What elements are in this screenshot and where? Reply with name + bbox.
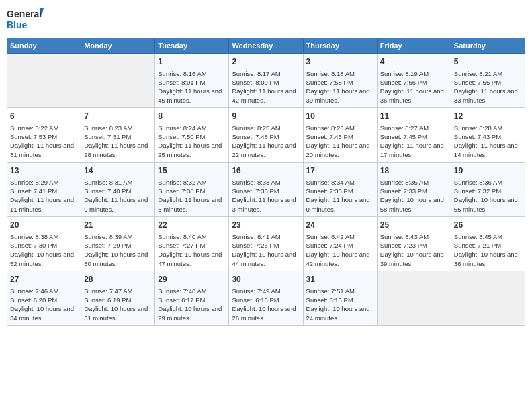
day-number: 27 [10, 274, 78, 285]
day-info: Sunrise: 8:42 AMSunset: 7:24 PMDaylight:… [306, 232, 374, 268]
calendar-cell: 16Sunrise: 8:33 AMSunset: 7:36 PMDayligh… [229, 162, 303, 216]
day-info: Sunrise: 8:38 AMSunset: 7:30 PMDaylight:… [10, 232, 78, 268]
weekday-header-wednesday: Wednesday [229, 38, 303, 54]
day-number: 4 [380, 56, 448, 68]
calendar-cell: 22Sunrise: 8:40 AMSunset: 7:27 PMDayligh… [155, 216, 229, 271]
calendar-cell: 10Sunrise: 8:26 AMSunset: 7:46 PMDayligh… [303, 107, 377, 162]
day-info: Sunrise: 8:16 AMSunset: 8:01 PMDaylight:… [158, 69, 226, 105]
day-info: Sunrise: 7:46 AMSunset: 6:20 PMDaylight:… [10, 287, 78, 322]
day-number: 5 [454, 56, 522, 68]
weekday-header-thursday: Thursday [303, 38, 377, 54]
day-number: 8 [158, 111, 226, 122]
day-info: Sunrise: 7:47 AMSunset: 6:19 PMDaylight:… [84, 287, 152, 322]
day-number: 12 [454, 111, 522, 122]
day-number: 3 [306, 56, 374, 68]
day-info: Sunrise: 8:34 AMSunset: 7:35 PMDaylight:… [306, 178, 374, 214]
day-number: 22 [158, 220, 226, 231]
calendar-cell [451, 271, 525, 325]
day-info: Sunrise: 8:43 AMSunset: 7:23 PMDaylight:… [380, 232, 448, 268]
calendar-cell: 18Sunrise: 8:35 AMSunset: 7:33 PMDayligh… [377, 162, 451, 216]
svg-text:Blue: Blue [7, 19, 28, 30]
weekday-header-row: SundayMondayTuesdayWednesdayThursdayFrid… [7, 38, 525, 54]
week-row-5: 27Sunrise: 7:46 AMSunset: 6:20 PMDayligh… [7, 271, 525, 325]
day-number: 20 [10, 220, 78, 231]
calendar-cell: 4Sunrise: 8:19 AMSunset: 7:56 PMDaylight… [377, 54, 451, 108]
day-number: 25 [380, 220, 448, 231]
calendar-cell [377, 271, 451, 325]
day-number: 11 [380, 111, 448, 122]
calendar-cell: 7Sunrise: 8:23 AMSunset: 7:51 PMDaylight… [81, 107, 155, 162]
calendar-cell: 21Sunrise: 8:39 AMSunset: 7:29 PMDayligh… [81, 216, 155, 271]
day-number: 28 [84, 274, 152, 285]
day-info: Sunrise: 7:49 AMSunset: 6:16 PMDaylight:… [232, 287, 300, 322]
calendar-cell: 31Sunrise: 7:51 AMSunset: 6:15 PMDayligh… [303, 271, 377, 325]
calendar-cell: 19Sunrise: 8:36 AMSunset: 7:32 PMDayligh… [451, 162, 525, 216]
day-info: Sunrise: 8:19 AMSunset: 7:56 PMDaylight:… [380, 69, 448, 105]
week-row-2: 6Sunrise: 8:22 AMSunset: 7:53 PMDaylight… [7, 107, 525, 162]
page-header: General Blue [7, 7, 525, 34]
day-number: 19 [454, 165, 522, 177]
day-number: 29 [158, 274, 226, 285]
day-info: Sunrise: 8:22 AMSunset: 7:53 PMDaylight:… [10, 124, 78, 159]
day-number: 13 [10, 165, 78, 177]
calendar-cell: 17Sunrise: 8:34 AMSunset: 7:35 PMDayligh… [303, 162, 377, 216]
day-info: Sunrise: 8:18 AMSunset: 7:58 PMDaylight:… [306, 69, 374, 105]
calendar-table: SundayMondayTuesdayWednesdayThursdayFrid… [7, 38, 525, 326]
day-info: Sunrise: 8:40 AMSunset: 7:27 PMDaylight:… [158, 232, 226, 268]
calendar-cell: 6Sunrise: 8:22 AMSunset: 7:53 PMDaylight… [7, 107, 81, 162]
weekday-header-sunday: Sunday [7, 38, 81, 54]
day-info: Sunrise: 8:28 AMSunset: 7:43 PMDaylight:… [454, 124, 522, 159]
calendar-cell [7, 54, 81, 108]
week-row-1: 1Sunrise: 8:16 AMSunset: 8:01 PMDaylight… [7, 54, 525, 108]
calendar-cell: 27Sunrise: 7:46 AMSunset: 6:20 PMDayligh… [7, 271, 81, 325]
week-row-3: 13Sunrise: 8:29 AMSunset: 7:41 PMDayligh… [7, 162, 525, 216]
day-number: 18 [380, 165, 448, 177]
calendar-cell: 24Sunrise: 8:42 AMSunset: 7:24 PMDayligh… [303, 216, 377, 271]
day-info: Sunrise: 8:41 AMSunset: 7:26 PMDaylight:… [232, 232, 300, 268]
logo-svg: General Blue [7, 7, 44, 34]
day-number: 30 [232, 274, 300, 285]
calendar-cell: 29Sunrise: 7:48 AMSunset: 6:17 PMDayligh… [155, 271, 229, 325]
calendar-cell: 1Sunrise: 8:16 AMSunset: 8:01 PMDaylight… [155, 54, 229, 108]
day-info: Sunrise: 8:23 AMSunset: 7:51 PMDaylight:… [84, 124, 152, 159]
calendar-cell: 28Sunrise: 7:47 AMSunset: 6:19 PMDayligh… [81, 271, 155, 325]
weekday-header-friday: Friday [377, 38, 451, 54]
day-number: 10 [306, 111, 374, 122]
calendar-cell: 2Sunrise: 8:17 AMSunset: 8:00 PMDaylight… [229, 54, 303, 108]
day-info: Sunrise: 8:31 AMSunset: 7:40 PMDaylight:… [84, 178, 152, 214]
day-number: 31 [306, 274, 374, 285]
day-number: 14 [84, 165, 152, 177]
day-info: Sunrise: 8:33 AMSunset: 7:36 PMDaylight:… [232, 178, 300, 214]
day-info: Sunrise: 8:25 AMSunset: 7:48 PMDaylight:… [232, 124, 300, 159]
logo: General Blue [7, 7, 44, 34]
day-number: 15 [158, 165, 226, 177]
day-info: Sunrise: 8:35 AMSunset: 7:33 PMDaylight:… [380, 178, 448, 214]
day-info: Sunrise: 8:21 AMSunset: 7:55 PMDaylight:… [454, 69, 522, 105]
calendar-cell: 8Sunrise: 8:24 AMSunset: 7:50 PMDaylight… [155, 107, 229, 162]
day-number: 24 [306, 220, 374, 231]
calendar-cell: 5Sunrise: 8:21 AMSunset: 7:55 PMDaylight… [451, 54, 525, 108]
day-number: 7 [84, 111, 152, 122]
calendar-cell: 14Sunrise: 8:31 AMSunset: 7:40 PMDayligh… [81, 162, 155, 216]
calendar-cell: 25Sunrise: 8:43 AMSunset: 7:23 PMDayligh… [377, 216, 451, 271]
day-info: Sunrise: 8:24 AMSunset: 7:50 PMDaylight:… [158, 124, 226, 159]
week-row-4: 20Sunrise: 8:38 AMSunset: 7:30 PMDayligh… [7, 216, 525, 271]
day-info: Sunrise: 8:39 AMSunset: 7:29 PMDaylight:… [84, 232, 152, 268]
day-number: 1 [158, 56, 226, 68]
day-info: Sunrise: 8:27 AMSunset: 7:45 PMDaylight:… [380, 124, 448, 159]
day-number: 17 [306, 165, 374, 177]
day-number: 2 [232, 56, 300, 68]
day-number: 21 [84, 220, 152, 231]
weekday-header-saturday: Saturday [451, 38, 525, 54]
calendar-cell: 26Sunrise: 8:45 AMSunset: 7:21 PMDayligh… [451, 216, 525, 271]
day-info: Sunrise: 8:26 AMSunset: 7:46 PMDaylight:… [306, 124, 374, 159]
day-number: 9 [232, 111, 300, 122]
weekday-header-monday: Monday [81, 38, 155, 54]
day-number: 23 [232, 220, 300, 231]
calendar-cell: 20Sunrise: 8:38 AMSunset: 7:30 PMDayligh… [7, 216, 81, 271]
day-info: Sunrise: 8:32 AMSunset: 7:38 PMDaylight:… [158, 178, 226, 214]
calendar-cell: 30Sunrise: 7:49 AMSunset: 6:16 PMDayligh… [229, 271, 303, 325]
day-info: Sunrise: 7:48 AMSunset: 6:17 PMDaylight:… [158, 287, 226, 322]
day-info: Sunrise: 8:17 AMSunset: 8:00 PMDaylight:… [232, 69, 300, 105]
calendar-cell: 3Sunrise: 8:18 AMSunset: 7:58 PMDaylight… [303, 54, 377, 108]
